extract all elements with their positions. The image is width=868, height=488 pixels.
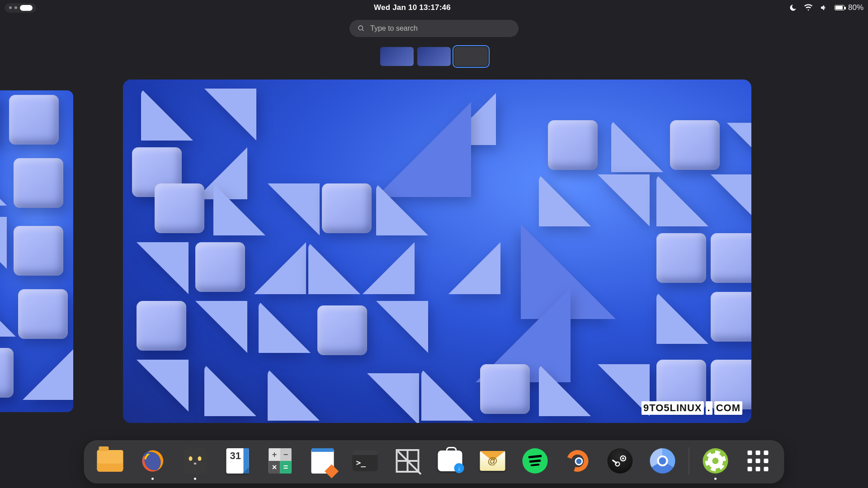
app-calculator[interactable]: +−×= [267, 447, 294, 474]
app-files[interactable] [97, 447, 124, 474]
software-icon [438, 450, 462, 471]
activities-button[interactable] [5, 3, 36, 13]
workspace-dot-icon [14, 6, 17, 9]
calculator-icon: +−×= [269, 448, 292, 474]
app-spotify[interactable] [522, 447, 549, 474]
running-indicator-icon [194, 478, 196, 480]
app-editor[interactable] [309, 447, 336, 474]
show-apps-button[interactable] [745, 447, 772, 474]
workspace-thumb-2[interactable] [417, 47, 451, 66]
app-calendar[interactable]: 31 [224, 447, 251, 474]
running-indicator-icon [151, 478, 154, 480]
workspace-preview-active[interactable]: 9TO5LINUX . COM [123, 80, 751, 423]
search-bar[interactable] [349, 20, 519, 37]
workspace-pill-icon [20, 5, 33, 11]
calendar-icon: 31 [226, 448, 249, 474]
night-light-icon [788, 3, 797, 12]
mail-icon: @ [480, 451, 505, 471]
chromium-icon [650, 448, 675, 474]
dash-separator [689, 447, 689, 474]
app-firefox[interactable] [139, 447, 166, 474]
dash: 31 +−×= @ [84, 440, 784, 483]
app-boxes[interactable] [394, 447, 421, 474]
settings-icon [703, 448, 728, 474]
search-icon [358, 25, 365, 32]
top-bar: Wed Jan 10 13:17:46 80% [0, 0, 868, 15]
clock[interactable]: Wed Jan 10 13:17:46 [374, 3, 451, 12]
app-terminal[interactable] [352, 447, 379, 474]
firefox-icon [140, 448, 166, 474]
watermark: 9TO5LINUX . COM [642, 401, 742, 415]
battery-icon [835, 5, 844, 10]
running-indicator-icon [714, 478, 717, 480]
wifi-icon [804, 3, 813, 12]
app-clapper[interactable] [182, 447, 209, 474]
blender-icon [565, 448, 590, 474]
search-input[interactable] [370, 24, 510, 33]
svg-point-2 [622, 457, 624, 460]
apps-grid-icon [748, 450, 769, 471]
workspace-thumb-1[interactable] [380, 47, 414, 66]
battery-percent: 80% [848, 3, 863, 12]
app-settings[interactable] [702, 447, 729, 474]
workspace-dot-icon [9, 6, 12, 9]
app-software[interactable] [437, 447, 464, 474]
cat-icon [184, 448, 207, 474]
app-steam[interactable] [607, 447, 634, 474]
steam-icon [608, 448, 633, 474]
spotify-icon [523, 448, 548, 474]
workspace-preview-prev[interactable] [0, 90, 73, 412]
workspace-switcher [380, 47, 488, 66]
folder-icon [97, 450, 123, 472]
system-status-area[interactable]: 80% [788, 3, 863, 12]
boxes-icon [396, 449, 420, 473]
app-chromium[interactable] [649, 447, 676, 474]
battery-status: 80% [835, 3, 863, 12]
app-blender[interactable] [564, 447, 591, 474]
terminal-icon [353, 450, 378, 471]
workspace-thumb-3[interactable] [454, 47, 488, 66]
volume-icon [819, 3, 828, 12]
text-editor-icon [311, 448, 334, 474]
app-mail[interactable]: @ [479, 447, 506, 474]
